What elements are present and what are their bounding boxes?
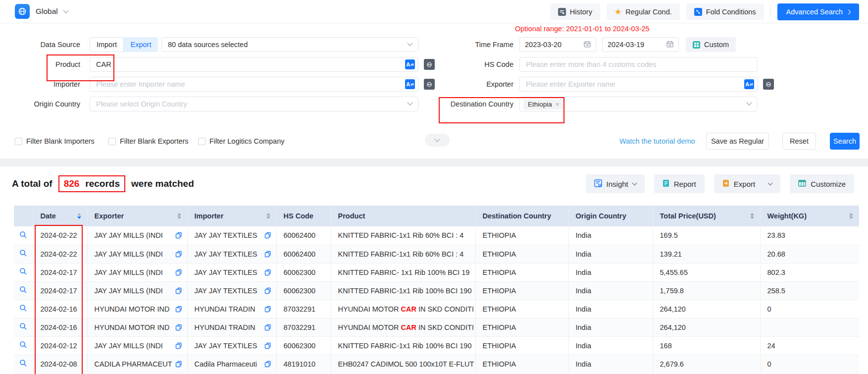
end-date-input[interactable]: 2024-03-19 bbox=[602, 37, 679, 52]
table-row: 2024-02-08 CADILA PHARMACEUT Cadila Phar… bbox=[14, 355, 859, 373]
magnifier-icon[interactable] bbox=[19, 231, 27, 240]
filter-blank-exporters-checkbox[interactable]: Filter Blank Exporters bbox=[108, 137, 189, 145]
magnifier-icon[interactable] bbox=[19, 304, 27, 314]
insight-button[interactable]: BI Insight bbox=[586, 174, 645, 193]
sort-icon[interactable] bbox=[849, 213, 853, 219]
translate-icon[interactable]: A⇄ bbox=[405, 79, 415, 89]
importer-cell: HYUNDAI TRADIN bbox=[187, 318, 276, 336]
regular-cond-button[interactable]: ★ Regular Cond. bbox=[607, 3, 680, 20]
magnifier-icon[interactable] bbox=[19, 286, 27, 295]
sort-icon[interactable] bbox=[266, 213, 270, 219]
header-destination-country: Destination Country bbox=[475, 206, 568, 226]
magnifier-icon[interactable] bbox=[19, 341, 27, 350]
close-icon[interactable]: × bbox=[556, 101, 560, 108]
header-date[interactable]: Date bbox=[33, 206, 87, 226]
importer-field-wrap: A⇄ bbox=[90, 77, 418, 92]
search-button[interactable]: Search bbox=[830, 133, 860, 150]
copy-icon[interactable] bbox=[264, 361, 271, 368]
date-cell: 2024-02-16 bbox=[33, 318, 87, 336]
weight-cell: 20.68 bbox=[760, 245, 859, 263]
origin-country-select[interactable]: Please select Origin Country bbox=[90, 97, 418, 111]
copy-icon[interactable] bbox=[264, 287, 271, 294]
destination-country-select[interactable]: Ethiopia × bbox=[519, 97, 758, 111]
copy-icon[interactable] bbox=[264, 324, 271, 331]
origin-country-cell: India bbox=[568, 226, 653, 245]
summary-prefix: A total of bbox=[12, 178, 52, 189]
advanced-search-button[interactable]: Advanced Search bbox=[777, 3, 859, 20]
destination-country-cell: ETHIOPIA bbox=[475, 336, 568, 355]
custom-range-button[interactable]: Custom bbox=[686, 37, 736, 52]
filter-logitics-company-checkbox[interactable]: Filter Logitics Company bbox=[198, 137, 285, 145]
summary-suffix: were matched bbox=[131, 178, 194, 189]
time-frame-label: Time Frame bbox=[433, 37, 513, 52]
copy-icon[interactable] bbox=[175, 342, 182, 349]
copy-icon[interactable] bbox=[175, 361, 182, 368]
copy-icon[interactable] bbox=[175, 306, 182, 313]
history-button[interactable]: History bbox=[550, 3, 600, 20]
export-button[interactable]: Export bbox=[714, 174, 780, 193]
export-tab[interactable]: Export bbox=[124, 37, 158, 52]
top-bar: Global History ★ Regular Cond. Fold Cond… bbox=[0, 0, 868, 23]
chevron-down-icon[interactable] bbox=[768, 181, 773, 186]
magnifier-icon[interactable] bbox=[19, 359, 27, 369]
copy-icon[interactable] bbox=[264, 342, 271, 349]
start-date-input[interactable]: 2023-03-20 bbox=[519, 37, 596, 52]
header-importer[interactable]: Importer bbox=[187, 206, 276, 226]
collapse-conditions-button[interactable] bbox=[425, 134, 450, 147]
filter-blank-importers-checkbox[interactable]: Filter Blank Importers bbox=[15, 137, 95, 145]
save-as-regular-button[interactable]: Save as Regular bbox=[706, 133, 769, 150]
magnifier-icon[interactable] bbox=[19, 249, 27, 259]
region-selector[interactable]: Global bbox=[15, 4, 68, 19]
data-source-direction-toggle: Import Export bbox=[90, 37, 158, 52]
header-exporter[interactable]: Exporter bbox=[87, 206, 187, 226]
header-weight[interactable]: Weight(KG) bbox=[760, 206, 859, 226]
copy-icon[interactable] bbox=[264, 269, 271, 276]
product-input[interactable] bbox=[90, 57, 418, 72]
trade-data-search-page: Global History ★ Regular Cond. Fold Cond… bbox=[0, 0, 868, 374]
header-total-price[interactable]: Total Price(USD) bbox=[653, 206, 760, 226]
magnifier-icon[interactable] bbox=[19, 267, 27, 277]
date-cell: 2024-02-17 bbox=[33, 281, 87, 300]
exporter-cell: CADILA PHARMACEUT bbox=[87, 355, 187, 373]
hs-code-field-wrap bbox=[519, 57, 758, 72]
customize-button[interactable]: Customize bbox=[790, 174, 854, 193]
translate-icon[interactable]: A⇄ bbox=[744, 79, 754, 89]
copy-icon[interactable] bbox=[264, 232, 271, 239]
date-cell: 2024-02-08 bbox=[33, 355, 87, 373]
hs-code-input[interactable] bbox=[519, 57, 758, 72]
customize-icon bbox=[798, 180, 806, 188]
data-source-select[interactable]: 80 data sources selected bbox=[161, 37, 418, 52]
importer-label: Importer bbox=[0, 77, 80, 92]
start-date-value: 2023-03-20 bbox=[525, 41, 562, 49]
copy-icon[interactable] bbox=[175, 269, 182, 276]
import-tab[interactable]: Import bbox=[90, 37, 124, 52]
data-source-value: 80 data sources selected bbox=[168, 41, 248, 49]
exporter-cell: JAY JAY MILLS (INDI bbox=[87, 281, 187, 300]
copy-icon[interactable] bbox=[264, 251, 271, 258]
sort-icon[interactable] bbox=[177, 213, 181, 219]
copy-icon[interactable] bbox=[175, 232, 182, 239]
copy-icon[interactable] bbox=[175, 251, 182, 258]
sort-icon[interactable] bbox=[750, 213, 754, 219]
tutorial-demo-link[interactable]: Watch the tutorial demo bbox=[619, 137, 695, 145]
svg-text:BI: BI bbox=[599, 184, 601, 187]
sort-icon[interactable] bbox=[77, 213, 81, 219]
exact-match-icon[interactable]: ⊖ bbox=[763, 79, 774, 90]
copy-icon[interactable] bbox=[264, 306, 271, 313]
section-separator bbox=[0, 159, 868, 166]
date-cell: 2024-02-12 bbox=[33, 336, 87, 355]
product-cell: HYUNDAI MOTOR CAR IN SKD CONDITI bbox=[331, 318, 475, 336]
copy-icon[interactable] bbox=[175, 287, 182, 294]
report-button[interactable]: Report bbox=[654, 174, 705, 193]
fold-conditions-button[interactable]: Fold Conditions bbox=[686, 3, 764, 20]
product-cell: KNITTED FABRIC-1x1 Rib 60% BCI : 4 bbox=[331, 226, 475, 245]
importer-input[interactable] bbox=[90, 77, 418, 92]
reset-button[interactable]: Reset bbox=[782, 133, 816, 150]
exporter-input[interactable] bbox=[519, 77, 758, 92]
exporter-cell: JAY JAY MILLS (INDI bbox=[87, 226, 187, 245]
translate-icon[interactable]: A⇄ bbox=[405, 59, 415, 69]
magnifier-icon[interactable] bbox=[19, 322, 27, 332]
copy-icon[interactable] bbox=[175, 324, 182, 331]
total-price-cell: 2,679.6 bbox=[653, 355, 760, 373]
date-cell: 2024-02-22 bbox=[33, 226, 87, 245]
